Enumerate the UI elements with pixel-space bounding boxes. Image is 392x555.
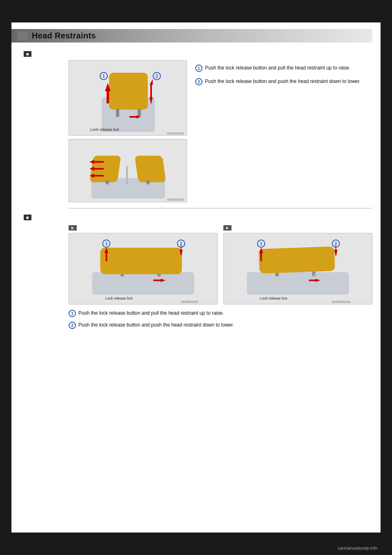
circle-3: 1	[69, 310, 76, 317]
diagram4: 1 2 Lock release but-	[223, 233, 372, 304]
watermark-text: carmanualsonly.info	[338, 546, 377, 551]
dark-border-left	[0, 0, 11, 555]
dark-border-right	[381, 0, 392, 555]
diagram3: 1 2 Lock release but- IN33ES005	[69, 233, 218, 304]
svg-rect-48	[314, 273, 316, 277]
section2-right: ► 1	[223, 224, 372, 304]
svg-rect-1	[109, 73, 148, 110]
dark-border-top	[0, 0, 392, 22]
svg-text:2: 2	[156, 74, 158, 78]
text-entry-2: 2 Push the lock release button and push …	[195, 78, 372, 85]
section-divider	[69, 208, 372, 208]
svg-text:Lock  release  but-: Lock release but-	[90, 127, 120, 132]
circle-2: 2	[195, 78, 203, 85]
svg-text:Lock  release  but-: Lock release but-	[260, 296, 288, 300]
svg-rect-24	[92, 272, 194, 295]
text-entry-3: 1 Push the lock release button and pull …	[69, 309, 372, 317]
diagram2-svg: IN33ES005	[69, 139, 187, 202]
section1-layout: 1 2 Lock release but- IN33ES005	[69, 60, 372, 202]
svg-rect-15	[126, 166, 128, 184]
svg-rect-17	[135, 156, 166, 182]
svg-text:2: 2	[335, 242, 337, 246]
section2-right-marker: ►	[223, 225, 232, 231]
diagram1: 1 2 Lock release but- IN33ES005	[69, 60, 187, 136]
section1-text: 1 Push the lock release button and pull …	[195, 60, 372, 202]
diagram2: IN33ES005	[69, 139, 187, 202]
circle-4: 2	[69, 322, 76, 329]
svg-text:IN33ES005: IN33ES005	[181, 300, 198, 304]
diagram1-svg: 1 2 Lock release but- IN33ES005	[69, 60, 187, 136]
content-area: Head Restraints ■	[11, 22, 381, 533]
svg-text:1: 1	[260, 242, 263, 246]
text1-content: Push the lock release button and pull th…	[205, 64, 350, 72]
section2-diagrams-row: ► 1	[69, 224, 372, 304]
text2-content: Push the lock release button and push th…	[205, 78, 361, 85]
section2-marker: ■	[24, 215, 31, 220]
svg-rect-2	[116, 109, 119, 117]
section2-left: ► 1	[69, 224, 218, 304]
watermark: carmanualsonly.info	[338, 545, 377, 551]
svg-text:IN33ES005: IN33ES005	[167, 198, 184, 201]
svg-text:Lock  release  but-: Lock release but-	[105, 296, 134, 300]
svg-rect-19	[147, 180, 149, 184]
header-title: Head Restraints	[32, 31, 96, 40]
text3-content: Push the lock release button and pull th…	[78, 309, 224, 317]
text-entry-1: 1 Push the lock release button and pull …	[195, 64, 372, 72]
circle-1: 1	[195, 65, 203, 72]
text4-content: Push the lock release button and push th…	[78, 321, 234, 329]
svg-rect-18	[106, 180, 109, 184]
diagram4-svg: 1 2 Lock release but-	[224, 233, 372, 304]
svg-rect-37	[247, 272, 349, 295]
header-icon	[17, 31, 28, 40]
svg-text:1: 1	[105, 242, 108, 246]
svg-rect-3	[138, 109, 141, 117]
section1-marker: ■	[24, 51, 31, 57]
dark-border-bottom	[0, 533, 392, 555]
svg-text:1: 1	[102, 74, 105, 78]
diagram3-svg: 1 2 Lock release but- IN33ES005	[69, 233, 217, 304]
svg-text:IN33ES005: IN33ES005	[167, 132, 184, 135]
header-bar: Head Restraints	[11, 29, 372, 43]
svg-text:2: 2	[180, 242, 183, 246]
section2-left-marker: ►	[69, 225, 77, 231]
svg-rect-40	[259, 246, 335, 273]
svg-text:IN33ES016a: IN33ES016a	[332, 300, 351, 304]
section2-text-entries: 1 Push the lock release button and pull …	[69, 309, 372, 329]
section1-diagrams: 1 2 Lock release but- IN33ES005	[69, 60, 187, 202]
svg-marker-7	[149, 79, 153, 97]
text-entry-4: 2 Push the lock release button and push …	[69, 321, 372, 329]
svg-rect-27	[100, 248, 182, 274]
